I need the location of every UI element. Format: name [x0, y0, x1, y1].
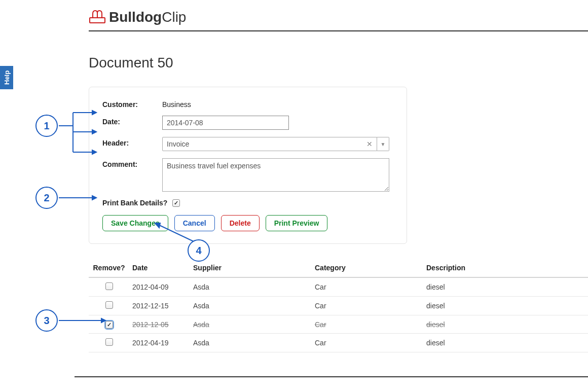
cell-description: diesel	[423, 297, 588, 315]
app-header: BulldogClip	[89, 7, 588, 31]
line-items-table: Remove? Date Supplier Category Descripti…	[89, 259, 588, 352]
customer-value: Business	[162, 98, 191, 109]
cell-category: Car	[312, 277, 423, 297]
logo-clip-icon	[89, 9, 106, 26]
table-row: 2012-04-19AsdaCardiesel	[89, 334, 588, 352]
cell-date: 2012-04-09	[129, 277, 190, 297]
print-preview-button[interactable]: Print Preview	[266, 215, 328, 231]
table-row: 2012-12-15AsdaCardiesel	[89, 297, 588, 315]
cancel-button[interactable]: Cancel	[174, 215, 215, 231]
chevron-down-icon[interactable]: ▼	[377, 137, 389, 151]
col-description: Description	[423, 259, 588, 277]
help-tab[interactable]: Help	[0, 66, 13, 89]
col-date: Date	[129, 259, 190, 277]
date-label: Date:	[102, 116, 162, 126]
annotation-1: 1	[35, 115, 58, 137]
header-value: Invoice	[167, 140, 189, 148]
cell-category: Car	[312, 297, 423, 315]
col-category: Category	[312, 259, 423, 277]
table-row: 2012-04-09AsdaCardiesel	[89, 277, 588, 297]
cell-category: Car	[312, 315, 423, 334]
remove-checkbox[interactable]	[105, 338, 113, 346]
header-label: Header:	[102, 137, 162, 147]
annotation-3: 3	[35, 309, 58, 332]
remove-checkbox[interactable]	[105, 321, 113, 329]
col-remove: Remove?	[89, 259, 129, 277]
date-input[interactable]	[162, 116, 289, 130]
bank-details-label: Print Bank Details?	[102, 199, 167, 207]
col-supplier: Supplier	[190, 259, 312, 277]
table-row: 2012-12-05AsdaCardiesel	[89, 315, 588, 334]
header-combobox[interactable]: Invoice ✕ ▼	[162, 137, 389, 151]
bank-details-checkbox[interactable]	[172, 199, 180, 207]
clear-icon[interactable]: ✕	[362, 140, 373, 148]
delete-button[interactable]: Delete	[221, 215, 260, 231]
remove-checkbox[interactable]	[105, 282, 113, 290]
cell-supplier: Asda	[190, 277, 312, 297]
cell-description: diesel	[423, 277, 588, 297]
cell-date: 2012-12-05	[129, 315, 190, 334]
annotation-2: 2	[35, 187, 58, 209]
customer-label: Customer:	[102, 98, 162, 109]
cell-date: 2012-12-15	[129, 297, 190, 315]
svg-rect-0	[90, 18, 105, 23]
document-form: Customer: Business Date: Header: Invoice…	[89, 87, 407, 244]
comment-textarea[interactable]	[162, 158, 389, 192]
cell-supplier: Asda	[190, 297, 312, 315]
save-button[interactable]: Save Changes	[102, 215, 168, 231]
cell-category: Car	[312, 334, 423, 352]
comment-label: Comment:	[102, 158, 162, 168]
footer-divider	[75, 376, 588, 377]
cell-description: diesel	[423, 315, 588, 334]
cell-date: 2012-04-19	[129, 334, 190, 352]
cell-supplier: Asda	[190, 315, 312, 334]
cell-description: diesel	[423, 334, 588, 352]
logo-text: BulldogClip	[109, 9, 186, 25]
remove-checkbox[interactable]	[105, 301, 113, 309]
page-title: Document 50	[89, 55, 173, 71]
cell-supplier: Asda	[190, 334, 312, 352]
